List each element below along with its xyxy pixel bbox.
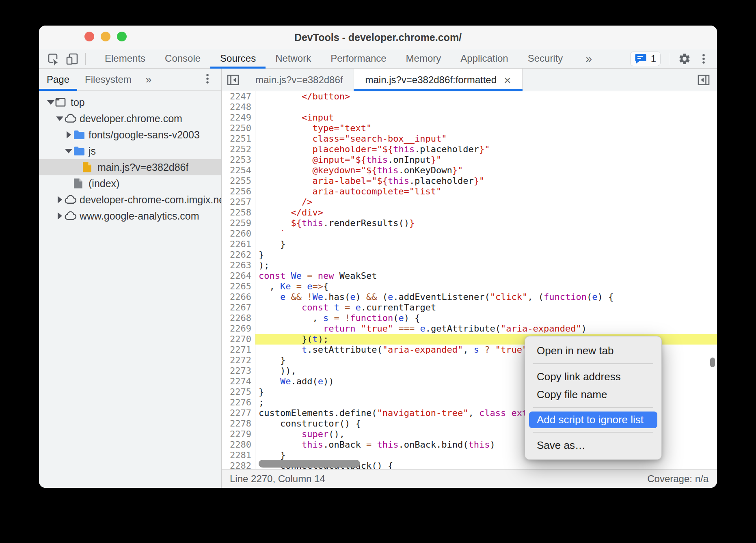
line-number[interactable]: 2275 bbox=[222, 387, 255, 397]
line-number[interactable]: 2257 bbox=[222, 197, 255, 207]
expand-arrow-icon[interactable] bbox=[64, 131, 73, 138]
code-line-text[interactable]: type="text" bbox=[255, 123, 717, 134]
line-number[interactable]: 2251 bbox=[222, 134, 255, 144]
line-number[interactable]: 2266 bbox=[222, 292, 255, 302]
menu-item-add-script-to-ignore-list[interactable]: Add script to ignore list bbox=[529, 412, 657, 428]
code-line-text[interactable]: aria-label="${this.placeholder}" bbox=[255, 176, 717, 186]
line-number[interactable]: 2267 bbox=[222, 302, 255, 313]
navigator-kebab-icon[interactable] bbox=[203, 73, 212, 86]
line-number[interactable]: 2264 bbox=[222, 271, 255, 281]
code-line-text[interactable]: /> bbox=[255, 197, 717, 207]
line-number[interactable]: 2248 bbox=[222, 102, 255, 112]
code-line-text[interactable]: } bbox=[255, 239, 717, 250]
tree-item-index[interactable]: (index) bbox=[39, 175, 221, 192]
menu-item-open-in-new-tab[interactable]: Open in new tab bbox=[525, 342, 661, 360]
editor-tab-main-js-v-e382d86f[interactable]: main.js?v=e382d86f bbox=[244, 69, 354, 91]
line-number[interactable]: 2269 bbox=[222, 323, 255, 334]
code-line-text[interactable]: </button> bbox=[255, 91, 717, 102]
line-number[interactable]: 2252 bbox=[222, 144, 255, 155]
line-number[interactable]: 2273 bbox=[222, 366, 255, 376]
main-menu-kebab-icon[interactable] bbox=[698, 52, 709, 66]
tree-item-www-google-analytics-com[interactable]: www.google-analytics.com bbox=[39, 208, 221, 224]
line-number[interactable]: 2254 bbox=[222, 165, 255, 176]
tree-item-developer-chrome-com-imgix-net[interactable]: developer-chrome-com.imgix.net bbox=[39, 192, 221, 208]
menu-item-save-as[interactable]: Save as… bbox=[525, 436, 661, 454]
line-number[interactable]: 2259 bbox=[222, 218, 255, 228]
menu-item-copy-file-name[interactable]: Copy file name bbox=[525, 386, 661, 403]
panel-tab-memory[interactable]: Memory bbox=[396, 49, 451, 69]
line-number[interactable]: 2249 bbox=[222, 112, 255, 123]
code-line-text[interactable]: </div> bbox=[255, 207, 717, 218]
line-number[interactable]: 2262 bbox=[222, 250, 255, 260]
vertical-scrollbar-thumb[interactable] bbox=[710, 358, 715, 367]
code-line-text[interactable]: const We = new WeakSet bbox=[255, 271, 717, 281]
issues-badge[interactable]: 1 bbox=[630, 52, 661, 66]
line-number[interactable]: 2247 bbox=[222, 91, 255, 102]
code-line-text[interactable]: e && !We.has(e) && (e.addEventListener("… bbox=[255, 292, 717, 302]
device-toolbar-icon[interactable] bbox=[65, 52, 79, 66]
tree-item-js[interactable]: js bbox=[39, 143, 221, 159]
line-number[interactable]: 2281 bbox=[222, 450, 255, 461]
tree-item-top[interactable]: top bbox=[39, 94, 221, 110]
line-number[interactable]: 2271 bbox=[222, 345, 255, 355]
inspect-element-icon[interactable] bbox=[46, 52, 60, 66]
tree-item-fonts-google-sans-v2003[interactable]: fonts/google-sans-v2003 bbox=[39, 127, 221, 143]
code-line-text[interactable]: @input="${this.onInput}" bbox=[255, 155, 717, 165]
panel-tab-sources[interactable]: Sources bbox=[210, 49, 266, 69]
panel-tab-application[interactable]: Application bbox=[451, 49, 518, 69]
line-number[interactable]: 2278 bbox=[222, 418, 255, 429]
code-line-text[interactable]: , Ke = e=>{ bbox=[255, 281, 717, 292]
line-number[interactable]: 2282 bbox=[222, 461, 255, 469]
settings-gear-icon[interactable] bbox=[677, 52, 692, 66]
line-number[interactable]: 2255 bbox=[222, 176, 255, 186]
line-number[interactable]: 2272 bbox=[222, 355, 255, 366]
line-number[interactable]: 2277 bbox=[222, 408, 255, 418]
line-number[interactable]: 2253 bbox=[222, 155, 255, 165]
collapse-arrow-icon[interactable] bbox=[46, 100, 55, 105]
panel-tab-console[interactable]: Console bbox=[155, 49, 210, 69]
panel-tab-network[interactable]: Network bbox=[266, 49, 321, 69]
line-number[interactable]: 2274 bbox=[222, 376, 255, 387]
tree-item-main-js-v-e382d86f[interactable]: main.js?v=e382d86f bbox=[39, 159, 221, 175]
code-line-text[interactable]: ` bbox=[255, 228, 717, 239]
hide-navigator-icon[interactable] bbox=[222, 69, 244, 91]
line-number[interactable]: 2260 bbox=[222, 228, 255, 239]
code-line-text[interactable] bbox=[255, 102, 717, 112]
line-number[interactable]: 2279 bbox=[222, 429, 255, 440]
tree-item-developer-chrome-com[interactable]: developer.chrome.com bbox=[39, 110, 221, 127]
line-number[interactable]: 2270 bbox=[222, 334, 255, 345]
line-number[interactable]: 2276 bbox=[222, 397, 255, 408]
collapse-arrow-icon[interactable] bbox=[55, 116, 64, 121]
more-navigator-tabs-icon[interactable]: » bbox=[139, 73, 158, 86]
line-number[interactable]: 2250 bbox=[222, 123, 255, 134]
line-number[interactable]: 2265 bbox=[222, 281, 255, 292]
code-line-text[interactable]: <input bbox=[255, 112, 717, 123]
line-number[interactable]: 2256 bbox=[222, 186, 255, 197]
editor-tab-main-js-v-e382d86f-formatted[interactable]: main.js?v=e382d86f:formatted× bbox=[354, 69, 522, 91]
show-debugger-sidebar-icon[interactable] bbox=[690, 69, 717, 91]
line-number[interactable]: 2258 bbox=[222, 207, 255, 218]
code-line-text[interactable]: } bbox=[255, 250, 717, 260]
expand-arrow-icon[interactable] bbox=[55, 196, 64, 203]
more-panels-icon[interactable]: » bbox=[580, 50, 598, 68]
code-line-text[interactable]: , s = !function(e) { bbox=[255, 313, 717, 323]
code-line-text[interactable]: ${this.renderResults()} bbox=[255, 218, 717, 228]
navigator-tab-page[interactable]: Page bbox=[39, 69, 77, 91]
panel-tab-elements[interactable]: Elements bbox=[95, 49, 155, 69]
navigator-tab-filesystem[interactable]: Filesystem bbox=[77, 69, 139, 91]
panel-tab-security[interactable]: Security bbox=[518, 49, 573, 69]
code-line-text[interactable]: class="search-box__input" bbox=[255, 134, 717, 144]
code-line-text[interactable]: @keydown="${this.onKeyDown}" bbox=[255, 165, 717, 176]
menu-item-copy-link-address[interactable]: Copy link address bbox=[525, 368, 661, 386]
line-number[interactable]: 2261 bbox=[222, 239, 255, 250]
line-number[interactable]: 2263 bbox=[222, 260, 255, 271]
close-tab-icon[interactable]: × bbox=[504, 74, 511, 86]
code-line-text[interactable]: aria-autocomplete="list" bbox=[255, 186, 717, 197]
line-number[interactable]: 2280 bbox=[222, 440, 255, 450]
horizontal-scrollbar-thumb[interactable] bbox=[259, 460, 360, 468]
code-line-text[interactable]: ); bbox=[255, 260, 717, 271]
collapse-arrow-icon[interactable] bbox=[64, 149, 73, 153]
expand-arrow-icon[interactable] bbox=[55, 212, 64, 220]
code-line-text[interactable]: const t = e.currentTarget bbox=[255, 302, 717, 313]
code-line-text[interactable]: placeholder="${this.placeholder}" bbox=[255, 144, 717, 155]
